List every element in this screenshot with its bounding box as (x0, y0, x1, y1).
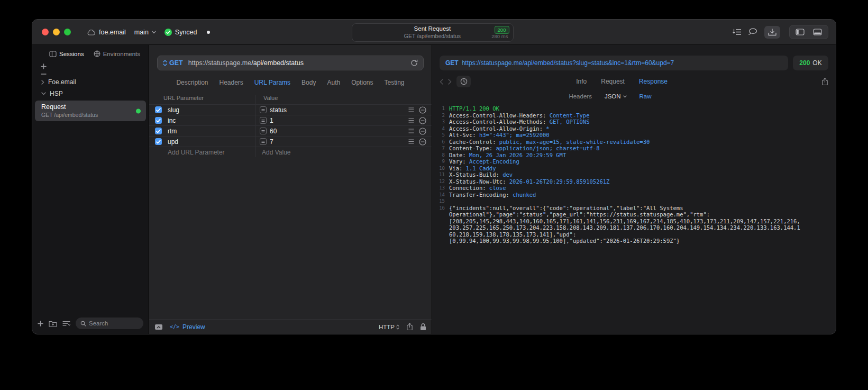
response-body[interactable]: 1HTTP/1.1 200 OK2Access-Control-Allow-He… (432, 101, 836, 244)
new-folder-icon[interactable] (49, 320, 57, 327)
minimize-button[interactable] (53, 29, 60, 35)
param-value-cell[interactable]: status (260, 106, 287, 114)
response-tab-request[interactable]: Request (601, 78, 625, 85)
code-brackets-icon: </> (170, 324, 179, 330)
history-button[interactable] (456, 76, 471, 87)
share-icon[interactable] (406, 323, 413, 331)
param-value-cell[interactable]: 7 (260, 138, 273, 146)
subtab-label: JSON (605, 93, 621, 99)
code-line: 6Cache-Control: public, max-age=15, stal… (436, 139, 832, 146)
param-value[interactable]: 7 (270, 138, 273, 146)
project-switcher[interactable]: foe.email (87, 29, 126, 36)
param-value-cell[interactable]: 1 (260, 117, 273, 124)
param-checkbox[interactable] (155, 106, 162, 113)
code-line: 7Content-Type: application/json; charset… (436, 145, 832, 152)
forward-icon[interactable] (448, 79, 452, 85)
param-value[interactable]: 60 (270, 128, 277, 135)
add-item-icon[interactable] (39, 64, 48, 69)
param-value[interactable]: 1 (270, 117, 273, 124)
row-menu-icon[interactable] (408, 129, 414, 133)
code-line: 4Access-Control-Allow-Origin: * (436, 125, 832, 132)
session-tree: Foe.email HSP Request GET /api/embed/sta… (32, 76, 149, 121)
response-subtab-headers[interactable]: Headers (569, 93, 591, 99)
request-tab-headers[interactable]: Headers (219, 79, 243, 86)
param-name[interactable]: upd (168, 138, 178, 146)
add-param-value-placeholder[interactable]: Add Value (262, 149, 291, 156)
method-selector[interactable]: GET (163, 59, 183, 67)
back-icon[interactable] (440, 79, 443, 85)
param-checkbox[interactable] (155, 138, 162, 145)
param-checkbox[interactable] (155, 117, 162, 124)
param-value-cell[interactable]: 60 (260, 128, 277, 135)
send-to-tray-icon[interactable] (764, 26, 780, 39)
add-param-name-placeholder[interactable]: Add URL Parameter (168, 149, 225, 156)
http-version-selector[interactable]: HTTP (379, 324, 399, 330)
status-text: OK (812, 59, 821, 67)
preview-button[interactable]: </> Preview (170, 323, 205, 331)
request-tab-body[interactable]: Body (301, 79, 316, 86)
request-editor-pane: GET https://statuspage.me/api/embed/stat… (149, 45, 432, 334)
request-tab-url-params[interactable]: URL Params (254, 79, 290, 86)
response-url-field[interactable]: GET https://statuspage.me/api/embed/stat… (440, 56, 788, 70)
response-tab-info[interactable]: Info (576, 78, 587, 85)
tree-item-hsp[interactable]: HSP (32, 88, 149, 99)
lock-icon[interactable] (420, 323, 426, 331)
tree-item-foe-email[interactable]: Foe.email (32, 76, 149, 88)
request-list-item[interactable]: Request GET /api/embed/status (35, 101, 146, 121)
response-format-dropdown[interactable]: JSON (605, 93, 627, 99)
line-number (436, 224, 445, 231)
sidebar-tab-sessions[interactable]: Sessions (49, 50, 84, 57)
row-menu-icon[interactable] (408, 139, 414, 144)
request-url-bar[interactable]: GET https://statuspage.me/api/embed/stat… (157, 56, 424, 70)
row-menu-icon[interactable] (408, 118, 414, 123)
project-name: foe.email (99, 29, 126, 36)
param-checkbox[interactable] (155, 128, 162, 134)
sidebar-toggle-icon[interactable] (796, 29, 805, 35)
param-name[interactable]: inc (168, 117, 176, 124)
code-line: 15 (436, 198, 832, 205)
param-name[interactable]: slug (168, 106, 179, 114)
column-header-parameter: URL Parameter (163, 95, 204, 101)
close-button[interactable] (42, 29, 49, 35)
url-params-table: URL Parameter Value slugstatusinc1rtm60u… (149, 95, 432, 157)
row-menu-icon[interactable] (408, 107, 414, 112)
remove-param-icon[interactable] (419, 117, 426, 124)
branch-switcher[interactable]: main (134, 29, 156, 36)
response-pane: GET https://statuspage.me/api/embed/stat… (432, 45, 836, 334)
zoom-button[interactable] (64, 29, 71, 35)
sidebar-tab-environments[interactable]: Environments (94, 50, 140, 57)
search-input[interactable]: Search (76, 318, 143, 329)
request-status-capsule[interactable]: Sent Request 200 GET /api/embed/status 2… (351, 23, 513, 42)
param-value[interactable]: status (270, 106, 287, 114)
bottom-panel-toggle-icon[interactable] (813, 29, 822, 35)
refresh-icon[interactable] (410, 59, 418, 67)
clock-icon (460, 78, 468, 85)
line-number: 13 (436, 185, 445, 192)
request-tab-testing[interactable]: Testing (385, 79, 405, 86)
request-tab-auth[interactable]: Auth (327, 79, 340, 86)
request-editor-footer: </> Preview HTTP (149, 319, 432, 334)
url-input[interactable]: https://statuspage.me/api/embed/status (188, 59, 410, 67)
code-line: 13Connection: close (436, 185, 832, 192)
collapse-icon[interactable] (39, 73, 48, 75)
list-options-icon[interactable] (62, 321, 70, 326)
remove-param-icon[interactable] (419, 128, 426, 135)
remove-param-icon[interactable] (419, 138, 426, 146)
url-domain: https://statuspage.me (188, 59, 252, 67)
toggle-panel-icon[interactable] (154, 324, 163, 330)
response-subtab-raw[interactable]: Raw (639, 93, 652, 99)
response-tab-response[interactable]: Response (639, 78, 668, 85)
environments-label: Environments (103, 51, 140, 57)
add-request-icon[interactable] (38, 321, 43, 326)
export-response-icon[interactable] (821, 78, 828, 86)
lasso-icon[interactable] (748, 28, 757, 36)
request-item-title: Request (41, 103, 140, 111)
remove-param-icon[interactable] (419, 106, 426, 114)
param-name[interactable]: rtm (168, 128, 177, 135)
text-token-icon (260, 128, 267, 134)
list-arrange-icon[interactable] (733, 29, 742, 35)
sync-status[interactable]: Synced (165, 29, 197, 36)
sidebar-tabs: Sessions Environments (32, 45, 149, 57)
request-tab-options[interactable]: Options (351, 79, 373, 86)
request-tab-description[interactable]: Description (176, 79, 208, 86)
